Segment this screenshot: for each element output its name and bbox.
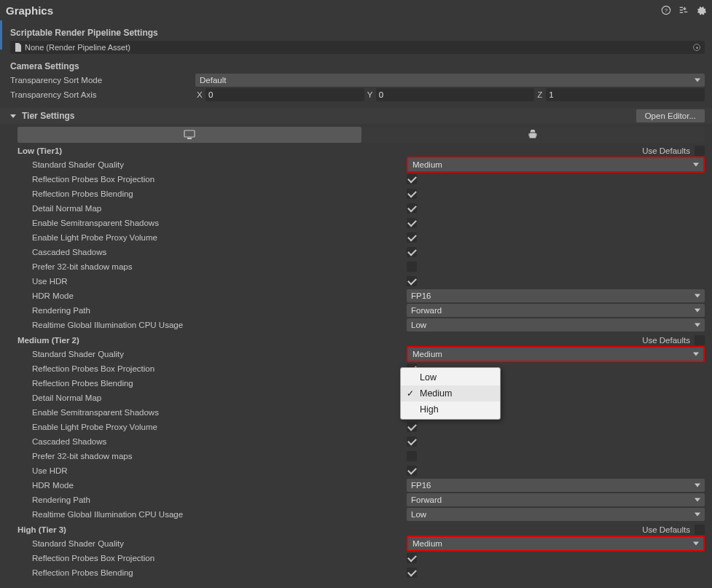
tier2-ssq-dropdown[interactable]: Medium <box>407 346 705 362</box>
tier3-ssq-dropdown[interactable]: Medium <box>407 536 705 552</box>
platform-tabs <box>17 127 705 143</box>
tier1-hdrm-dropdown[interactable]: FP16 <box>407 289 705 302</box>
sortaxis-vector3: X0 Y0 Z1 <box>195 88 705 101</box>
tier-settings-header[interactable]: Tier Settings Open Editor... <box>0 108 712 124</box>
tier2-elppv-checkbox[interactable] <box>407 422 417 432</box>
tier2-cs-checkbox[interactable] <box>407 436 417 447</box>
tier2-hdr-checkbox[interactable] <box>407 466 417 476</box>
tier2-use-defaults-checkbox[interactable] <box>695 335 705 345</box>
ssq-options-popup: Low ✓Medium High <box>400 367 501 420</box>
object-picker-icon[interactable] <box>693 44 700 51</box>
sortaxis-label: Transparency Sort Axis <box>10 90 195 99</box>
active-indicator <box>0 20 2 50</box>
svg-rect-2 <box>680 7 683 8</box>
svg-rect-8 <box>184 130 195 137</box>
tier2-header: Medium (Tier 2) Use Defaults <box>7 332 712 347</box>
monitor-icon <box>184 130 195 140</box>
tier1-hdr-checkbox[interactable] <box>407 276 417 286</box>
svg-rect-4 <box>680 12 683 13</box>
tier1-dnm-checkbox[interactable] <box>407 203 417 213</box>
srp-asset-field[interactable]: None (Render Pipeline Asset) <box>10 41 705 54</box>
sortaxis-z[interactable]: 1 <box>546 88 705 101</box>
tier3-use-defaults-checkbox[interactable] <box>695 525 705 535</box>
popup-option-medium[interactable]: ✓Medium <box>401 385 500 401</box>
tier1-header: Low (Tier1) Use Defaults <box>7 143 712 157</box>
open-editor-button[interactable]: Open Editor... <box>636 109 705 122</box>
tier1-ess-checkbox[interactable] <box>407 218 417 228</box>
tier1-cs-checkbox[interactable] <box>407 247 417 257</box>
platform-tab-android[interactable] <box>361 127 705 143</box>
tier3-header: High (Tier 3) Use Defaults <box>7 522 712 536</box>
panel-header: Graphics ? <box>0 0 712 20</box>
svg-rect-7 <box>684 12 687 12</box>
sortmode-label: Transparency Sort Mode <box>10 76 195 85</box>
camera-label: Camera Settings <box>0 58 712 73</box>
foldout-icon <box>10 114 16 118</box>
srp-label: Scriptable Render Pipeline Settings <box>0 25 712 39</box>
tier1-elppv-checkbox[interactable] <box>407 232 417 243</box>
popup-option-high[interactable]: High <box>401 401 500 418</box>
tier2-rp-dropdown[interactable]: Forward <box>407 493 705 506</box>
tier2-rgicpu-dropdown[interactable]: Low <box>407 508 705 521</box>
tier1-rpb-checkbox[interactable] <box>407 189 417 199</box>
svg-rect-6 <box>683 8 686 9</box>
sortaxis-y[interactable]: 0 <box>376 88 535 101</box>
tier3-rpbp-checkbox[interactable] <box>407 553 417 563</box>
android-icon <box>528 130 538 140</box>
tier1-rpbp-checkbox[interactable] <box>407 174 417 184</box>
tier1-ssq-dropdown[interactable]: Medium <box>407 157 705 173</box>
svg-text:?: ? <box>665 7 668 14</box>
srp-asset-text: None (Render Pipeline Asset) <box>25 43 130 52</box>
platform-tab-standalone[interactable] <box>17 127 361 143</box>
tier2-p32-checkbox[interactable] <box>407 451 417 461</box>
tier1-rgicpu-dropdown[interactable]: Low <box>407 318 705 332</box>
gear-icon[interactable] <box>696 5 706 15</box>
tier1-rp-dropdown[interactable]: Forward <box>407 304 705 317</box>
sortaxis-x[interactable]: 0 <box>206 88 364 101</box>
help-icon[interactable]: ? <box>661 5 671 15</box>
svg-rect-3 <box>680 9 683 10</box>
popup-option-low[interactable]: Low <box>401 369 500 385</box>
presets-icon[interactable] <box>678 5 689 15</box>
svg-rect-9 <box>187 138 192 139</box>
tier1-p32-checkbox[interactable] <box>407 262 417 272</box>
sortmode-dropdown[interactable]: Default <box>195 74 705 87</box>
tier2-hdrm-dropdown[interactable]: FP16 <box>407 479 705 492</box>
tier3-rpb-checkbox[interactable] <box>407 568 417 578</box>
panel-title: Graphics <box>6 4 661 17</box>
tier1-use-defaults-checkbox[interactable] <box>695 146 705 156</box>
